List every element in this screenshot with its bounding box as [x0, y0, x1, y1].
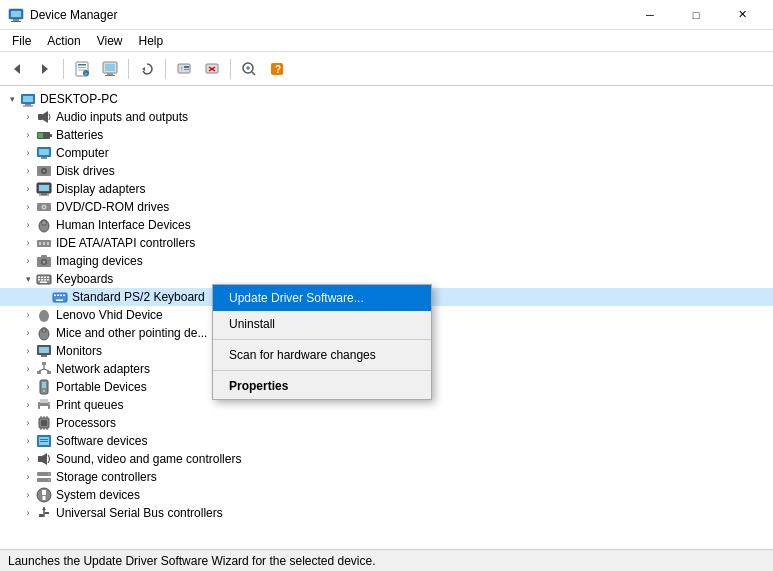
tree-item-dvd[interactable]: › DVD/CD-ROM drives [0, 198, 773, 216]
svg-rect-87 [41, 355, 47, 357]
tree-item-imaging[interactable]: › Imaging devices [0, 252, 773, 270]
svg-rect-112 [40, 441, 48, 442]
hid-icon [36, 217, 52, 233]
svg-rect-78 [63, 295, 65, 297]
svg-rect-48 [39, 195, 49, 196]
context-menu-uninstall[interactable]: Uninstall [213, 311, 431, 337]
svg-rect-40 [39, 149, 49, 155]
tree-item-sound[interactable]: › Sound, video and game controllers [0, 450, 773, 468]
print-label: Print queues [56, 398, 123, 412]
toolbar-sep-3 [165, 59, 166, 79]
toolbar-back[interactable] [4, 56, 30, 82]
batteries-expand-icon[interactable]: › [20, 127, 36, 143]
display-icon [36, 181, 52, 197]
svg-rect-75 [54, 295, 56, 297]
context-menu-properties[interactable]: Properties [213, 373, 431, 399]
svg-rect-72 [47, 279, 49, 281]
toolbar-help[interactable]: ? [264, 56, 290, 82]
window-title: Device Manager [30, 8, 627, 22]
tree-item-computer[interactable]: › Computer [0, 144, 773, 162]
usb-expand-icon[interactable]: › [20, 505, 36, 521]
svg-point-117 [48, 473, 50, 475]
svg-point-62 [43, 261, 46, 264]
print-icon [36, 397, 52, 413]
menu-help[interactable]: Help [131, 32, 172, 50]
toolbar-sep-2 [128, 59, 129, 79]
storage-expand-icon[interactable]: › [20, 469, 36, 485]
toolbar-scan[interactable] [236, 56, 262, 82]
tree-item-ide[interactable]: › IDE ATA/ATAPI controllers [0, 234, 773, 252]
portable-expand-icon[interactable]: › [20, 379, 36, 395]
tree-item-storage[interactable]: › Storage controllers [0, 468, 773, 486]
portable-label: Portable Devices [56, 380, 147, 394]
toolbar-uninstall[interactable] [199, 56, 225, 82]
computer-expand-icon[interactable]: › [20, 145, 36, 161]
disk-icon [36, 163, 52, 179]
mice-icon [36, 325, 52, 341]
menu-file[interactable]: File [4, 32, 39, 50]
toolbar: i ↑ [0, 52, 773, 86]
usb-label: Universal Serial Bus controllers [56, 506, 223, 520]
tree-root[interactable]: ▾ DESKTOP-PC [0, 90, 773, 108]
imaging-expand-icon[interactable]: › [20, 253, 36, 269]
toolbar-properties[interactable]: i [69, 56, 95, 82]
toolbar-forward[interactable] [32, 56, 58, 82]
menu-view[interactable]: View [89, 32, 131, 50]
tree-item-batteries[interactable]: › Batteries [0, 126, 773, 144]
toolbar-device-props[interactable] [97, 56, 123, 82]
audio-expand-icon[interactable]: › [20, 109, 36, 125]
display-expand-icon[interactable]: › [20, 181, 36, 197]
sound-expand-icon[interactable]: › [20, 451, 36, 467]
batteries-label: Batteries [56, 128, 103, 142]
app-icon [8, 7, 24, 23]
context-menu-scan[interactable]: Scan for hardware changes [213, 342, 431, 368]
toolbar-refresh[interactable] [134, 56, 160, 82]
lenovo-expand-icon[interactable]: › [20, 307, 36, 323]
storage-icon [36, 469, 52, 485]
svg-point-44 [43, 170, 45, 172]
context-menu-update[interactable]: Update Driver Software... [213, 285, 431, 311]
svg-rect-89 [37, 371, 41, 374]
svg-rect-98 [40, 399, 48, 403]
keyboards-expand-icon[interactable]: ▾ [20, 271, 36, 287]
tree-item-usb[interactable]: › Universal Serial Bus controllers [0, 504, 773, 522]
network-expand-icon[interactable]: › [20, 361, 36, 377]
svg-point-51 [43, 206, 45, 208]
mice-expand-icon[interactable]: › [20, 325, 36, 341]
svg-rect-95 [42, 382, 46, 388]
system-expand-icon[interactable]: › [20, 487, 36, 503]
svg-text:↑: ↑ [180, 65, 184, 72]
status-bar: Launches the Update Driver Software Wiza… [0, 549, 773, 571]
tree-item-software[interactable]: › Software devices [0, 432, 773, 450]
context-menu: Update Driver Software... Uninstall Scan… [212, 284, 432, 400]
processors-expand-icon[interactable]: › [20, 415, 36, 431]
software-expand-icon[interactable]: › [20, 433, 36, 449]
hid-expand-icon[interactable]: › [20, 217, 36, 233]
minimize-button[interactable]: ─ [627, 0, 673, 30]
tree-item-display[interactable]: › Display adapters [0, 180, 773, 198]
maximize-button[interactable]: □ [673, 0, 719, 30]
monitors-expand-icon[interactable]: › [20, 343, 36, 359]
root-expand-icon[interactable]: ▾ [4, 91, 20, 107]
tree-item-processors[interactable]: › Processors [0, 414, 773, 432]
svg-rect-57 [39, 242, 41, 245]
svg-rect-76 [57, 295, 59, 297]
context-menu-separator-2 [213, 370, 431, 371]
disk-expand-icon[interactable]: › [20, 163, 36, 179]
ide-expand-icon[interactable]: › [20, 235, 36, 251]
print-expand-icon[interactable]: › [20, 397, 36, 413]
svg-rect-13 [105, 64, 115, 71]
tree-item-disk[interactable]: › Disk drives [0, 162, 773, 180]
tree-item-audio[interactable]: › Audio inputs and outputs [0, 108, 773, 126]
svg-rect-63 [41, 255, 47, 258]
svg-rect-31 [23, 96, 33, 102]
svg-text:?: ? [275, 64, 281, 75]
tree-item-system[interactable]: › System devices [0, 486, 773, 504]
dvd-expand-icon[interactable]: › [20, 199, 36, 215]
menu-action[interactable]: Action [39, 32, 88, 50]
tree-item-hid[interactable]: › Human Interface Devices [0, 216, 773, 234]
toolbar-update-driver[interactable]: ↑ [171, 56, 197, 82]
close-button[interactable]: ✕ [719, 0, 765, 30]
computer-icon [36, 145, 52, 161]
svg-marker-4 [14, 64, 20, 74]
